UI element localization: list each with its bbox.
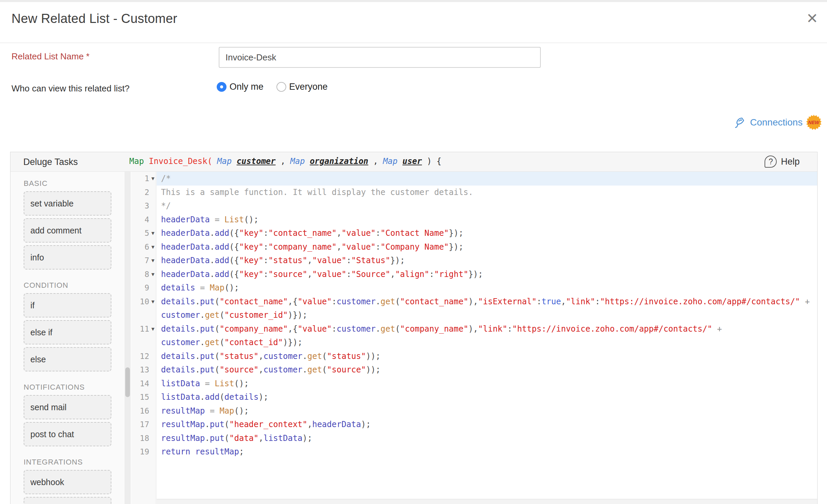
code-line[interactable]: details.put("source",customer.get("sourc…: [157, 363, 817, 377]
code-line[interactable]: headerData.add({"key":"company_name","va…: [157, 240, 817, 254]
code-token: "data": [229, 433, 259, 443]
code-token: get: [380, 324, 395, 334]
code-token: /*: [161, 174, 171, 183]
code-line[interactable]: */: [157, 199, 817, 213]
help-button[interactable]: ? Help: [765, 156, 800, 168]
code-token: ({: [229, 256, 239, 265]
radio-icon[interactable]: [276, 82, 286, 92]
line-number: 18: [132, 434, 149, 443]
fold-arrow-icon[interactable]: ▼: [149, 257, 157, 263]
code-line[interactable]: details.put("company_name",{"value":cust…: [157, 322, 817, 336]
task-button-send-mail[interactable]: send mail: [24, 395, 111, 419]
code-line[interactable]: resultMap = Map();: [157, 404, 817, 418]
code-line[interactable]: resultMap.put("data",listData);: [157, 431, 817, 445]
connections-link[interactable]: Connections NEW: [735, 115, 822, 130]
signature-token: user: [402, 157, 422, 166]
code-line[interactable]: customer.get("contact_id")});: [157, 336, 817, 349]
task-button-set-variable[interactable]: set variable: [24, 191, 111, 216]
code-token: ,{: [288, 297, 298, 306]
fold-arrow-icon[interactable]: ▼: [149, 244, 157, 250]
visibility-radio-group: Only meEveryone: [217, 82, 328, 92]
task-button-else[interactable]: else: [24, 347, 111, 371]
code-token: );: [302, 433, 312, 443]
code-token: (: [219, 338, 224, 347]
code-token: List: [215, 379, 234, 388]
code-token: listData: [263, 433, 302, 443]
code-line[interactable]: return resultMap;: [157, 445, 817, 459]
signature-token: Map: [383, 157, 402, 166]
visibility-option-only-me[interactable]: Only me: [217, 82, 264, 92]
fold-arrow-icon[interactable]: ▼: [149, 230, 157, 236]
code-token: resultMap: [161, 433, 205, 443]
code-line[interactable]: details.put("contact_name",{"value":cust…: [157, 295, 817, 309]
code-token: });: [468, 270, 483, 279]
code-line[interactable]: customer.get("customer_id")});: [157, 308, 817, 322]
code-token: customer: [337, 297, 376, 306]
horizontal-scrollbar[interactable]: [157, 499, 817, 504]
code-token: "link": [478, 324, 507, 334]
code-token: "contact_name": [268, 228, 337, 238]
code-token: put: [210, 420, 224, 429]
code-line[interactable]: /*: [157, 172, 817, 186]
code-line[interactable]: headerData = List();: [157, 213, 817, 227]
code-token: ,: [337, 242, 341, 252]
task-button-info[interactable]: info: [24, 245, 111, 270]
fold-arrow-icon[interactable]: ▼: [149, 299, 157, 305]
code-token: :: [332, 324, 337, 334]
code-line[interactable]: headerData.add({"key":"contact_name","va…: [157, 226, 817, 240]
code-line[interactable]: details.put("status",customer.get("statu…: [157, 349, 817, 363]
task-button-add-comment[interactable]: add comment: [24, 218, 111, 243]
code-line[interactable]: headerData.add({"key":"status","value":"…: [157, 254, 817, 268]
code-token: "source": [219, 365, 259, 374]
code-token: );: [361, 420, 371, 429]
code-token: details: [161, 324, 195, 334]
signature-token: Map: [217, 157, 237, 166]
code-token: get: [308, 365, 322, 374]
code-editor[interactable]: 1▼/*2This is a sample function. It will …: [132, 172, 817, 459]
code-line[interactable]: details = Map();: [157, 281, 817, 295]
code-token: =: [200, 379, 215, 388]
fold-arrow-icon[interactable]: ▼: [149, 326, 157, 332]
task-button-post-to-chat[interactable]: post to chat: [24, 422, 111, 446]
task-button-partial[interactable]: [24, 497, 111, 504]
code-token: .: [210, 242, 215, 252]
code-token: "https://invoice.zoho.com/app#/contacts/…: [600, 297, 800, 306]
code-token: .: [195, 297, 200, 306]
code-row: 9details = Map();: [132, 281, 817, 295]
sidebar-scrollbar[interactable]: [125, 172, 131, 504]
code-token: :: [263, 242, 268, 252]
code-token: add: [215, 256, 229, 265]
fold-arrow-icon[interactable]: ▼: [149, 271, 157, 277]
code-token: "status": [219, 352, 259, 361]
task-button-webhook[interactable]: webhook: [24, 470, 111, 494]
code-token: headerData: [161, 270, 210, 279]
task-button-if[interactable]: if: [24, 293, 111, 317]
code-line[interactable]: listData = List();: [157, 377, 817, 391]
code-line[interactable]: headerData.add({"key":"source","value":"…: [157, 268, 817, 281]
code-token: add: [215, 270, 229, 279]
code-row: 17resultMap.put("header_context",headerD…: [132, 418, 817, 431]
code-token: =: [205, 406, 219, 416]
code-line[interactable]: This is a sample function. It will displ…: [157, 186, 817, 199]
code-token: .: [302, 365, 307, 374]
function-signature: Map Invoice_Desk( Map customer , Map org…: [129, 157, 442, 166]
line-number: 15: [132, 393, 149, 401]
visibility-option-everyone[interactable]: Everyone: [276, 82, 328, 92]
close-icon[interactable]: ✕: [803, 9, 822, 28]
connections-label: Connections: [750, 117, 803, 128]
code-token: "contact_name": [400, 297, 468, 306]
code-line[interactable]: listData.add(details);: [157, 390, 817, 404]
code-token: "value": [298, 297, 332, 306]
sidebar-scrollbar-thumb[interactable]: [125, 367, 130, 397]
code-line[interactable]: resultMap.put("header_context",headerDat…: [157, 418, 817, 431]
signature-token: Invoice_Desk(: [149, 157, 217, 166]
code-row: 18resultMap.put("data",listData);: [132, 431, 817, 445]
code-token: customer: [161, 338, 200, 347]
code-token: ,: [259, 352, 263, 361]
related-list-name-input[interactable]: [219, 47, 541, 68]
fold-arrow-icon[interactable]: ▼: [149, 175, 157, 181]
sidebar-section: NOTIFICATIONSsend mailpost to chat: [24, 383, 132, 446]
code-token: });: [390, 256, 405, 265]
radio-icon[interactable]: [217, 82, 226, 92]
task-button-else-if[interactable]: else if: [24, 320, 111, 344]
